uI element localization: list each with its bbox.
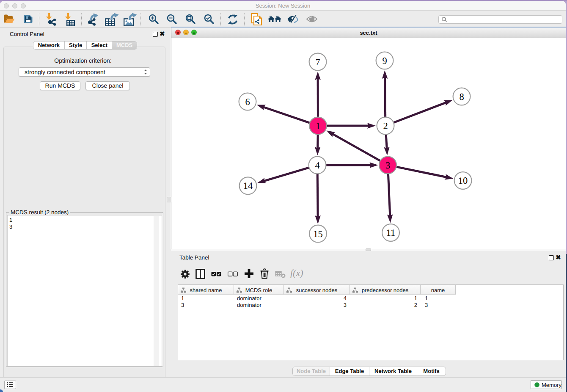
svg-text:14: 14 [243,180,253,191]
svg-text:4: 4 [315,160,319,171]
svg-text:2: 2 [383,121,388,131]
svg-text:9: 9 [382,55,387,66]
svg-text:6: 6 [245,97,250,107]
svg-text:11: 11 [386,227,396,238]
svg-text:8: 8 [459,91,464,102]
svg-text:1: 1 [316,121,320,131]
svg-text:15: 15 [313,229,323,239]
svg-text:3: 3 [385,160,390,171]
svg-text:7: 7 [315,57,320,67]
svg-text:10: 10 [458,175,468,186]
